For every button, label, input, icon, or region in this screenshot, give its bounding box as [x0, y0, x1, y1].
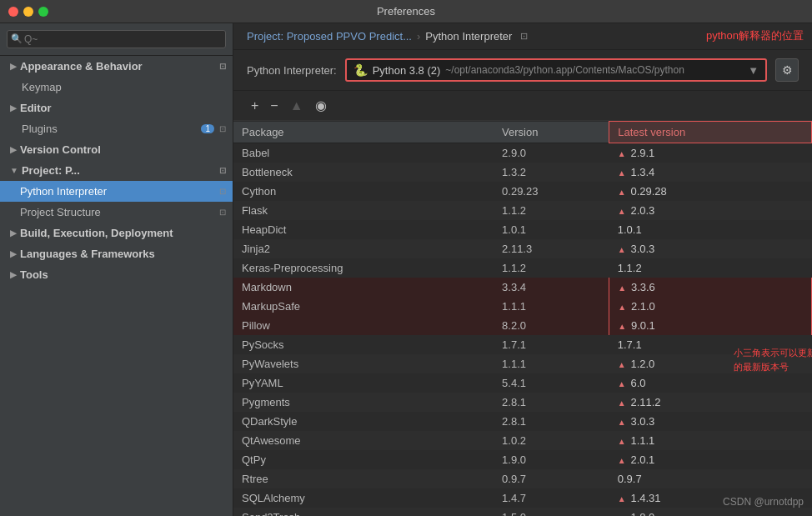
interpreter-settings-button[interactable]: ⚙	[775, 58, 799, 82]
window-title: Preferences	[377, 5, 435, 18]
chevron-down-icon: ▼	[10, 166, 18, 175]
window-controls	[8, 7, 48, 17]
table-row: PyWavelets	[233, 354, 494, 373]
maximize-button[interactable]	[38, 7, 48, 17]
table-row: Pygments	[233, 393, 494, 412]
breadcrumb-icon: ⊡	[520, 31, 528, 42]
chevron-right-icon: ▶	[10, 62, 17, 71]
table-row: Rtree	[233, 469, 494, 488]
table-row: ▲ 1.8.0	[609, 508, 812, 516]
table-row: Babel	[233, 143, 494, 163]
chevron-right-icon: ▶	[10, 249, 17, 258]
table-row: QtPy	[233, 450, 494, 469]
table-row: 1.0.1	[609, 220, 812, 239]
table-row: 0.9.7	[494, 469, 609, 488]
sidebar-item-tools[interactable]: ▶ Tools	[0, 264, 233, 285]
search-box[interactable]: 🔍	[0, 23, 233, 56]
table-row: PyYAML	[233, 373, 494, 393]
snake-icon: 🐍	[353, 63, 368, 77]
col-package[interactable]: Package	[233, 122, 494, 143]
sidebar-item-version-control[interactable]: ▶ Version Control	[0, 139, 233, 160]
table-row: 1.5.0	[494, 508, 609, 516]
search-icon: 🔍	[11, 33, 23, 44]
chevron-right-icon: ▶	[10, 103, 17, 113]
minimize-button[interactable]	[23, 7, 33, 17]
sidebar-item-keymap[interactable]: Keymap	[0, 77, 233, 98]
interpreter-path: ~/opt/anaconda3/python.app/Contents/MacO…	[445, 64, 684, 76]
add-package-button[interactable]: +	[247, 97, 263, 115]
close-button[interactable]	[8, 7, 18, 17]
table-row: SQLAlchemy	[233, 488, 494, 508]
table-row: ▲ 2.0.1	[609, 450, 812, 469]
breadcrumb-separator: ›	[417, 30, 420, 43]
up-package-button[interactable]: ▲	[286, 97, 308, 115]
search-input[interactable]	[7, 30, 226, 48]
content-pane: Project: Proposed PPVO Predict... › Pyth…	[233, 23, 812, 516]
table-row: ▲ 1.2.0	[609, 354, 812, 373]
breadcrumb-project[interactable]: Project: Proposed PPVO Predict...	[247, 30, 412, 43]
table-row: 8.2.0	[494, 316, 609, 335]
table-row: 2.8.1	[494, 393, 609, 412]
table-row: QtAwesome	[233, 431, 494, 450]
table-row: Pillow	[233, 316, 494, 335]
col-latest[interactable]: Latest version 最近的版本号	[609, 122, 812, 143]
sidebar: 🔍 ▶ Appearance & Behavior ⊡ Keymap ▶ Edi…	[0, 23, 233, 516]
table-row: Keras-Preprocessing	[233, 258, 494, 278]
table-row: 1.0.1	[494, 220, 609, 239]
table-row: MarkupSafe	[233, 297, 494, 316]
sidebar-item-plugins[interactable]: Plugins 1 ⊡	[0, 118, 233, 139]
table-row: 1.3.2	[494, 163, 609, 182]
table-row: 2.11.3	[494, 239, 609, 258]
titlebar: Preferences	[0, 0, 812, 23]
table-row: 3.3.4	[494, 278, 609, 297]
sidebar-item-label: Plugins	[22, 123, 58, 135]
table-row: ▲ 9.0.1	[609, 316, 812, 335]
chevron-right-icon: ▶	[10, 145, 17, 154]
dropdown-arrow-icon: ▼	[748, 64, 759, 77]
sidebar-item-label: Tools	[20, 268, 48, 281]
interpreter-row: Python Interpreter: 🐍 Python 3.8 (2) ~/o…	[233, 50, 812, 91]
table-row: 2.9.0	[494, 143, 609, 163]
sidebar-item-label: Project: P...	[22, 164, 80, 177]
packages-table-wrap[interactable]: Package Version Latest version 最近的版本号 Ba…	[233, 121, 812, 516]
settings-icon: ⊡	[219, 124, 226, 133]
table-row: ▲ 2.0.3	[609, 201, 812, 220]
table-row: Flask	[233, 201, 494, 220]
table-row: 1.1.2	[494, 201, 609, 220]
table-row: ▲ 2.9.1	[609, 143, 812, 163]
table-row: HeapDict	[233, 220, 494, 239]
col-version[interactable]: Version	[494, 122, 609, 143]
annotation-python-pos: python解释器的位置	[706, 28, 804, 43]
chevron-right-icon: ▶	[10, 228, 17, 238]
sidebar-item-project[interactable]: ▼ Project: P... ⊡	[0, 160, 233, 181]
sidebar-item-label: Project Structure	[20, 206, 101, 218]
content-wrapper: python解释器的位置 Project: Proposed PPVO Pred…	[233, 23, 812, 516]
table-row: 1.9.0	[494, 450, 609, 469]
table-row: Jinja2	[233, 239, 494, 258]
settings-icon: ⊡	[219, 62, 226, 71]
csdn-watermark: CSDN @urnotdpp	[723, 496, 804, 508]
settings-icon: ⊡	[219, 166, 226, 175]
sidebar-item-editor[interactable]: ▶ Editor	[0, 98, 233, 118]
plugin-badge: 1	[201, 124, 214, 133]
table-row: Markdown	[233, 278, 494, 297]
table-row: 0.29.23	[494, 182, 609, 201]
settings-icon: ⊡	[219, 208, 226, 217]
table-row: 1.4.7	[494, 488, 609, 508]
table-row: ▲ 6.0	[609, 373, 812, 393]
sidebar-item-build[interactable]: ▶ Build, Execution, Deployment	[0, 223, 233, 243]
show-all-button[interactable]: ◉	[311, 96, 331, 115]
sidebar-item-label: Python Interpreter	[20, 185, 107, 198]
table-row: ▲ 3.3.6	[609, 278, 812, 297]
settings-icon: ⊡	[219, 187, 226, 196]
table-row: ▲ 0.29.28	[609, 182, 812, 201]
sidebar-item-project-structure[interactable]: Project Structure ⊡	[0, 202, 233, 223]
breadcrumb-active: Python Interpreter	[425, 30, 512, 43]
interpreter-select[interactable]: 🐍 Python 3.8 (2) ~/opt/anaconda3/python.…	[345, 58, 767, 82]
sidebar-item-appearance[interactable]: ▶ Appearance & Behavior ⊡	[0, 56, 233, 77]
remove-package-button[interactable]: −	[266, 97, 282, 115]
sidebar-item-label: Version Control	[20, 143, 101, 156]
sidebar-item-python-interpreter[interactable]: Python Interpreter ⊡	[0, 181, 233, 202]
table-row: ▲ 1.3.4	[609, 163, 812, 182]
sidebar-item-languages[interactable]: ▶ Languages & Frameworks	[0, 243, 233, 264]
